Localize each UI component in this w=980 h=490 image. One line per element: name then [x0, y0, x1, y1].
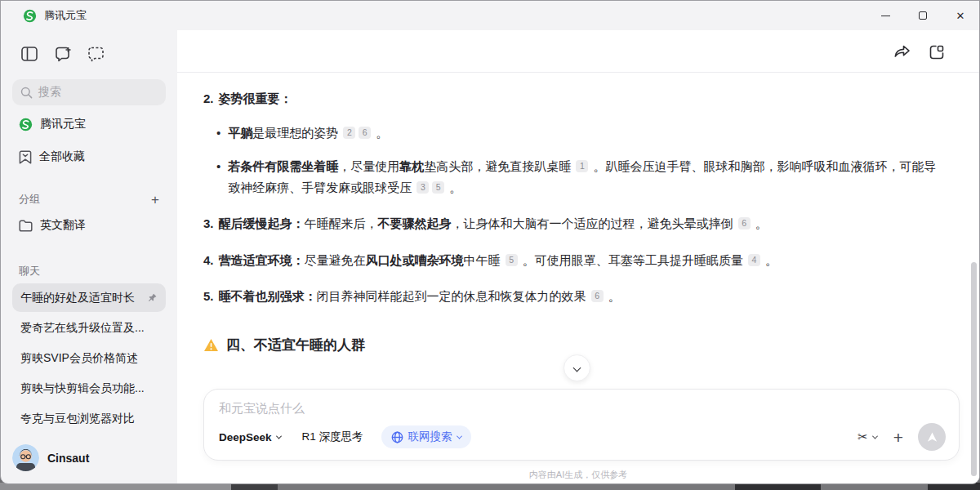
chat-content: 2.姿势很重要：•平躺是最理想的姿势 26 。•若条件有限需坐着睡，尽量使用靠枕…	[203, 73, 942, 361]
folder-icon	[19, 220, 33, 232]
clip-tools-button[interactable]: ✂	[858, 430, 877, 444]
warning-icon	[203, 338, 219, 352]
app-window: 腾讯元宝 ✕	[0, 0, 980, 484]
groups-section-label: 分组	[19, 192, 40, 207]
sidebar-group-english-translation[interactable]: 英文翻译	[12, 212, 166, 239]
new-chat-button[interactable]	[52, 43, 74, 65]
sidebar-item-yuanbao[interactable]: 腾讯元宝	[12, 110, 166, 138]
scrollbar-thumb[interactable]	[971, 262, 977, 476]
citation-badge[interactable]: 3	[416, 181, 429, 194]
chat-list-item[interactable]: 爱奇艺在线升级位置及...	[12, 314, 166, 342]
chats-section-label: 聊天	[19, 264, 40, 278]
chat-title: 剪映SVIP会员价格简述	[20, 351, 158, 366]
citation-badge[interactable]: 6	[591, 290, 604, 302]
chat-title: 夸克与豆包浏览器对比	[20, 412, 158, 426]
scissors-icon: ✂	[858, 430, 868, 444]
chat-list-item[interactable]: 剪映与快剪辑会员功能...	[12, 374, 166, 403]
content-block-bullet: •平躺是最理想的姿势 26 。	[216, 122, 942, 144]
send-arrow-icon	[926, 431, 938, 443]
content-block-numbered: 5.睡不着也别强求：闭目养神同样能起到一定的休息和恢复体力的效果 6 。	[203, 286, 942, 307]
globe-icon	[391, 431, 403, 443]
main-panel: 2.姿势很重要：•平躺是最理想的姿势 26 。•若条件有限需坐着睡，尽量使用靠枕…	[177, 30, 979, 483]
chevron-down-icon	[276, 433, 282, 439]
bullet-icon: •	[216, 122, 220, 144]
citation-badge[interactable]: 5	[506, 254, 518, 266]
user-name: Cinsaut	[47, 452, 89, 465]
minimize-button[interactable]	[866, 1, 904, 30]
share-button[interactable]	[893, 42, 912, 62]
conversation-header	[177, 30, 979, 73]
sidebar-item-label: 腾讯元宝	[40, 117, 86, 131]
citation-badge[interactable]: 6	[359, 127, 371, 139]
chat-list-item[interactable]: 午睡的好处及适宜时长	[12, 283, 166, 312]
chat-list: 午睡的好处及适宜时长爱奇艺在线升级位置及...剪映SVIP会员价格简述剪映与快剪…	[12, 283, 166, 433]
toggle-sidebar-button[interactable]	[19, 43, 40, 65]
citation-badge[interactable]: 6	[738, 217, 751, 229]
citation-badge[interactable]: 4	[748, 254, 760, 266]
screen: 腾讯元宝 ✕	[0, 0, 980, 490]
chat-title: 爱奇艺在线升级位置及...	[20, 321, 158, 336]
window-title: 腾讯元宝	[44, 8, 87, 23]
content-block-numbered: 3.醒后缓慢起身：午睡醒来后，不要骤然起身，让身体和大脑有一个适应的过程，避免头…	[203, 213, 942, 234]
search-input[interactable]: 搜索	[12, 79, 166, 105]
yuanbao-logo-icon	[23, 9, 37, 23]
yuanbao-logo-icon	[19, 118, 33, 131]
content-block-numbered: 2.姿势很重要：	[203, 88, 942, 109]
chat-list-item[interactable]: 夸克与豆包浏览器对比	[12, 404, 166, 433]
deep-think-button[interactable]: R1 深度思考	[302, 430, 363, 444]
avatar	[12, 444, 39, 471]
citation-badge[interactable]: 5	[432, 181, 444, 194]
sidebar: 搜索 腾讯元宝 全部收藏 分组 +	[1, 30, 177, 483]
search-placeholder: 搜索	[38, 85, 61, 100]
send-button[interactable]	[918, 423, 946, 451]
temp-chat-button[interactable]	[86, 43, 107, 65]
content-block-numbered: 4.营造适宜环境：尽量避免在风口处或嘈杂环境中午睡 5 。可使用眼罩、耳塞等工具…	[203, 250, 942, 271]
citation-badge[interactable]: 2	[343, 127, 355, 139]
web-search-button[interactable]: 联网搜索	[381, 425, 471, 448]
bullet-icon: •	[216, 156, 220, 198]
title-bar: 腾讯元宝 ✕	[1, 1, 979, 30]
sidebar-item-favorites[interactable]: 全部收藏	[12, 143, 166, 171]
pin-icon	[147, 292, 158, 303]
user-profile[interactable]: Cinsaut	[12, 444, 89, 471]
composer-placeholder: 和元宝说点什么	[219, 401, 946, 416]
ai-disclaimer: 内容由AI生成，仅供参考	[177, 469, 979, 481]
model-select-button[interactable]: DeepSeek	[219, 431, 281, 443]
sidebar-item-label: 英文翻译	[40, 218, 86, 233]
scroll-to-bottom-button[interactable]	[564, 354, 590, 381]
chevron-down-icon	[573, 364, 581, 372]
search-icon	[20, 87, 33, 99]
citation-badge[interactable]: 1	[576, 160, 588, 172]
chevron-down-icon	[457, 433, 462, 439]
sidebar-item-label: 全部收藏	[39, 149, 85, 164]
add-attachment-button[interactable]: +	[893, 429, 903, 446]
close-button[interactable]: ✕	[942, 1, 979, 30]
chat-list-item[interactable]: 剪映SVIP会员价格简述	[12, 344, 166, 372]
open-in-window-button[interactable]	[927, 42, 947, 62]
chevron-down-icon	[872, 433, 878, 439]
chat-title: 午睡的好处及适宜时长	[20, 291, 142, 305]
bookmark-icon	[19, 150, 32, 164]
add-group-button[interactable]: +	[151, 193, 159, 207]
chat-title: 剪映与快剪辑会员功能...	[20, 381, 158, 396]
maximize-button[interactable]	[904, 1, 942, 30]
content-block-bullet: •若条件有限需坐着睡，尽量使用靠枕垫高头部，避免直接趴桌睡 1 。趴睡会压迫手臂…	[216, 156, 942, 198]
content-block-heading: 四、不适宜午睡的人群	[203, 334, 942, 358]
composer[interactable]: 和元宝说点什么 DeepSeek R1 深度思考 联网搜索	[203, 389, 960, 461]
